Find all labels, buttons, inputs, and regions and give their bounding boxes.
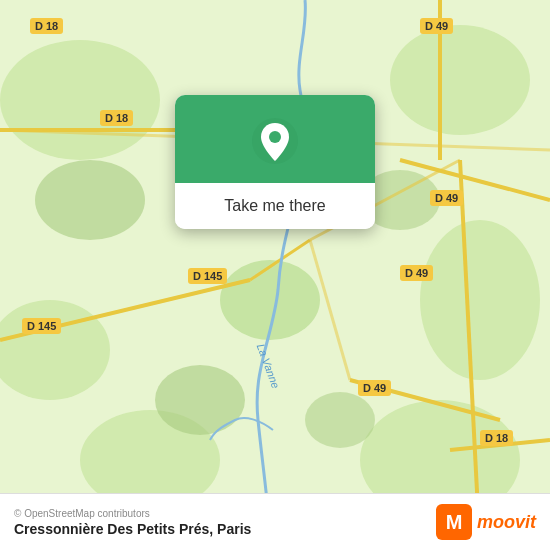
moovit-logo[interactable]: M moovit <box>436 504 536 540</box>
map-svg <box>0 0 550 550</box>
svg-point-11 <box>305 392 375 448</box>
popup-card: Take me there <box>175 95 375 229</box>
road-label-d49-center-right: D 49 <box>400 265 433 281</box>
moovit-icon: M <box>436 504 472 540</box>
map-container: D 18 D 49 D 18 D 49 D 49 D 145 D 145 D 4… <box>0 0 550 550</box>
svg-point-10 <box>155 365 245 435</box>
moovit-text: moovit <box>477 512 536 533</box>
road-label-d145-center: D 145 <box>188 268 227 284</box>
svg-point-8 <box>35 160 145 240</box>
road-label-d49-lower: D 49 <box>358 380 391 396</box>
take-me-there-button[interactable]: Take me there <box>175 183 375 229</box>
attribution-text: © OpenStreetMap contributors <box>14 508 251 519</box>
svg-point-24 <box>269 131 281 143</box>
svg-point-2 <box>390 25 530 135</box>
road-label-d49-top-right: D 49 <box>420 18 453 34</box>
road-label-d145-left: D 145 <box>22 318 61 334</box>
road-label-d18-bottom-right: D 18 <box>480 430 513 446</box>
svg-point-3 <box>420 220 540 380</box>
road-label-d18-mid: D 18 <box>100 110 133 126</box>
bottom-left-info: © OpenStreetMap contributors Cressonnièr… <box>14 508 251 537</box>
bottom-bar: © OpenStreetMap contributors Cressonnièr… <box>0 493 550 550</box>
location-pin-icon <box>251 117 299 165</box>
svg-point-1 <box>0 40 160 160</box>
road-label-d49-mid-right: D 49 <box>430 190 463 206</box>
popup-green-header <box>175 95 375 183</box>
place-name-text: Cressonnière Des Petits Prés, Paris <box>14 521 251 537</box>
road-label-d18-top-left: D 18 <box>30 18 63 34</box>
